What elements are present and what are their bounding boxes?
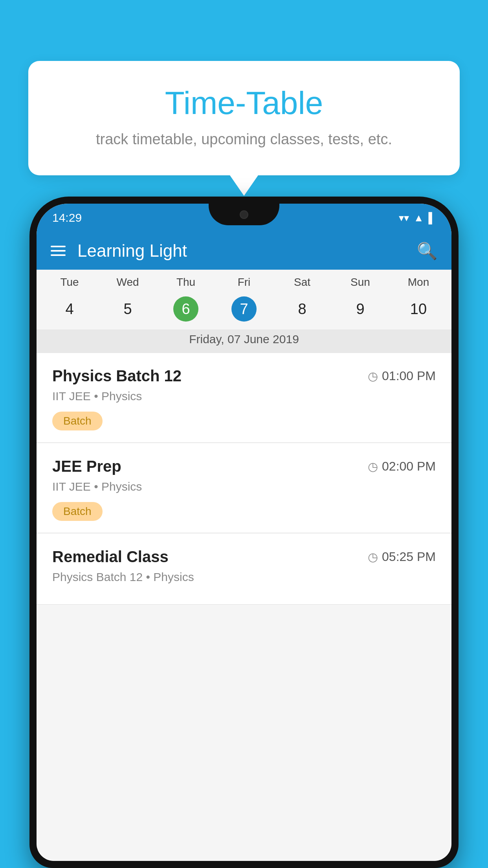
app-header: Learning Light 🔍 [37, 232, 451, 270]
date-cell-6[interactable]: 6 [157, 295, 215, 323]
date-4: 4 [57, 296, 82, 322]
date-9: 9 [348, 296, 373, 322]
date-7-selected: 7 [231, 296, 257, 322]
item-1-header: Physics Batch 12 ◷ 01:00 PM [52, 367, 436, 385]
menu-icon[interactable] [51, 246, 66, 256]
day-thu: Thu [157, 276, 215, 289]
item-2-time-value: 02:00 PM [382, 459, 436, 474]
schedule-item-3[interactable]: Remedial Class ◷ 05:25 PM Physics Batch … [37, 534, 451, 605]
date-cell-5[interactable]: 5 [99, 295, 157, 323]
item-2-title: JEE Prep [52, 458, 121, 475]
day-mon: Mon [389, 276, 448, 289]
bubble-subtitle: track timetable, upcoming classes, tests… [56, 131, 432, 148]
selected-date-label: Friday, 07 June 2019 [37, 329, 451, 353]
item-2-header: JEE Prep ◷ 02:00 PM [52, 458, 436, 475]
wifi-icon: ▾▾ [399, 212, 409, 224]
camera [240, 210, 248, 219]
calendar-days-header: Tue Wed Thu Fri Sat Sun Mon [37, 270, 451, 292]
day-fri: Fri [215, 276, 273, 289]
phone-screen: 14:29 ▾▾ ▲ ▌ Learning Light 🔍 Tue Wed [37, 204, 451, 861]
item-1-subtitle: IIT JEE • Physics [52, 390, 436, 403]
date-cell-9[interactable]: 9 [331, 295, 389, 323]
item-3-header: Remedial Class ◷ 05:25 PM [52, 548, 436, 566]
day-sun: Sun [331, 276, 389, 289]
battery-icon: ▌ [429, 212, 436, 224]
clock-icon-2: ◷ [368, 460, 378, 473]
date-8: 8 [290, 296, 315, 322]
schedule-list: Physics Batch 12 ◷ 01:00 PM IIT JEE • Ph… [37, 353, 451, 861]
search-icon[interactable]: 🔍 [417, 241, 437, 261]
date-cell-8[interactable]: 8 [273, 295, 331, 323]
item-3-title: Remedial Class [52, 548, 169, 566]
schedule-item-2[interactable]: JEE Prep ◷ 02:00 PM IIT JEE • Physics Ba… [37, 443, 451, 533]
app-title: Learning Light [77, 241, 417, 261]
signal-icon: ▲ [414, 212, 424, 224]
speech-bubble: Time-Table track timetable, upcoming cla… [28, 61, 460, 175]
calendar-dates-row: 4 5 6 7 8 9 10 [37, 292, 451, 329]
item-2-time: ◷ 02:00 PM [368, 459, 436, 474]
clock-icon-3: ◷ [368, 550, 378, 564]
clock-icon-1: ◷ [368, 369, 378, 383]
date-cell-7[interactable]: 7 [215, 295, 273, 323]
item-3-time-value: 05:25 PM [382, 550, 436, 564]
date-cell-10[interactable]: 10 [389, 295, 448, 323]
item-1-batch-tag: Batch [52, 412, 103, 430]
item-1-time: ◷ 01:00 PM [368, 369, 436, 383]
notch [209, 204, 279, 225]
status-icons: ▾▾ ▲ ▌ [399, 212, 436, 224]
date-6-today: 6 [173, 296, 198, 322]
item-3-time: ◷ 05:25 PM [368, 550, 436, 564]
day-sat: Sat [273, 276, 331, 289]
date-cell-4[interactable]: 4 [40, 295, 99, 323]
item-2-batch-tag: Batch [52, 502, 103, 521]
item-3-subtitle: Physics Batch 12 • Physics [52, 570, 436, 584]
item-2-subtitle: IIT JEE • Physics [52, 480, 436, 493]
day-tue: Tue [40, 276, 99, 289]
phone-frame: 14:29 ▾▾ ▲ ▌ Learning Light 🔍 Tue Wed [29, 197, 459, 868]
status-bar: 14:29 ▾▾ ▲ ▌ [37, 204, 451, 232]
item-1-title: Physics Batch 12 [52, 367, 182, 385]
status-time: 14:29 [52, 211, 82, 224]
date-10: 10 [406, 296, 431, 322]
schedule-item-1[interactable]: Physics Batch 12 ◷ 01:00 PM IIT JEE • Ph… [37, 353, 451, 443]
item-1-time-value: 01:00 PM [382, 369, 436, 383]
bubble-title: Time-Table [56, 85, 432, 121]
date-5: 5 [115, 296, 140, 322]
day-wed: Wed [99, 276, 157, 289]
